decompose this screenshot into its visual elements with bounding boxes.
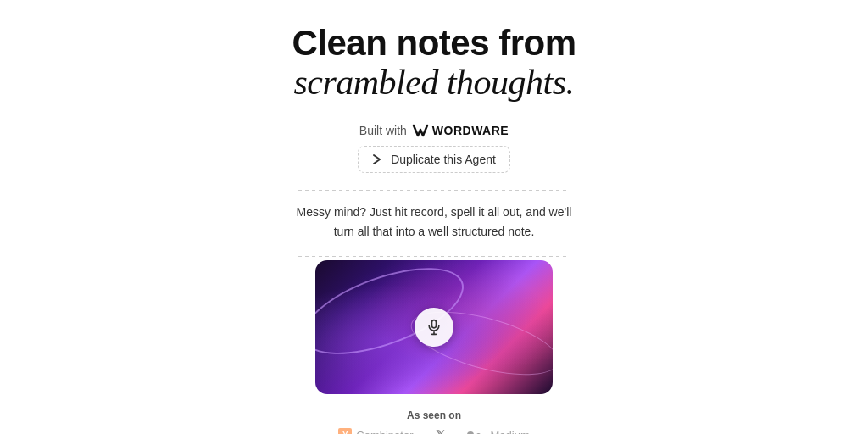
built-with-label: Built with [359, 124, 407, 137]
ycombinator-icon: Y [338, 428, 352, 434]
duplicate-agent-button[interactable]: Duplicate this Agent [358, 146, 510, 173]
wordware-name: WORDWARE [432, 124, 509, 137]
mic-icon [426, 319, 442, 336]
x-logo: 𝕏 [433, 428, 447, 434]
headline-line1: Clean notes from [292, 24, 576, 63]
description-text: Messy mind? Just hit record, spell it al… [290, 203, 578, 241]
duplicate-button-label: Duplicate this Agent [391, 153, 496, 166]
built-with-row: Built with WORDWARE [359, 124, 509, 137]
x-icon: 𝕏 [433, 428, 447, 434]
svg-rect-0 [432, 320, 437, 328]
ycombinator-label: Combinator [356, 429, 413, 434]
main-container: Clean notes from scrambled thoughts. Bui… [0, 0, 868, 434]
ycombinator-logo: Y Combinator [338, 428, 413, 434]
wordware-logo: WORDWARE [412, 124, 509, 137]
as-seen-on-section: As seen on Y Combinator 𝕏 Medium [338, 409, 529, 434]
top-divider [298, 190, 570, 191]
medium-logo: Medium [467, 429, 529, 434]
wordware-icon [412, 124, 429, 137]
headline-line2: scrambled thoughts. [292, 63, 576, 102]
medium-label: Medium [490, 429, 529, 434]
video-preview [315, 260, 553, 394]
bottom-divider [298, 256, 570, 257]
headline: Clean notes from scrambled thoughts. [292, 24, 576, 102]
mic-button[interactable] [415, 308, 453, 347]
logos-row: Y Combinator 𝕏 Medium [338, 428, 529, 434]
as-seen-on-label: As seen on [407, 409, 461, 421]
duplicate-icon [372, 153, 386, 165]
